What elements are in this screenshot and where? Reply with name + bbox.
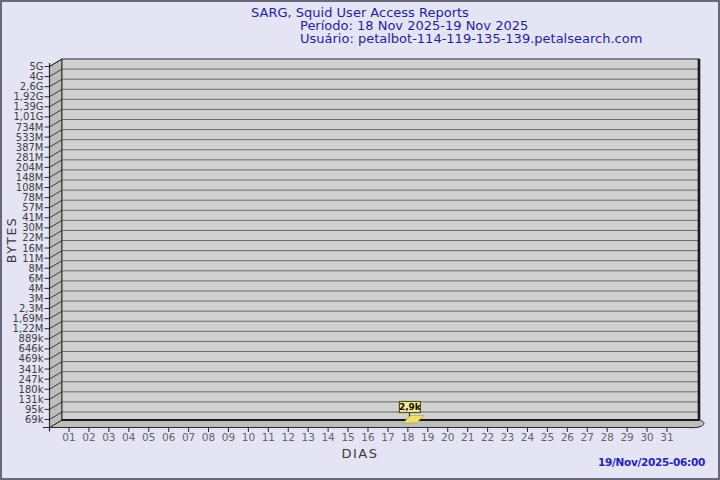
svg-text:31: 31	[660, 431, 673, 443]
svg-text:13: 13	[302, 431, 315, 443]
svg-text:11: 11	[262, 431, 275, 443]
svg-text:01: 01	[62, 431, 75, 443]
svg-text:07: 07	[182, 431, 195, 443]
plot-area	[62, 59, 699, 420]
bytes-per-day-chart: 5G4G2,6G1,92G1,39G1,01G734M533M387M281M2…	[0, 0, 720, 480]
svg-text:69k: 69k	[25, 414, 44, 425]
svg-text:19: 19	[421, 431, 434, 443]
svg-text:25: 25	[541, 431, 554, 443]
svg-text:30: 30	[640, 431, 653, 443]
svg-text:09: 09	[222, 431, 235, 443]
sarg-report-image: SARG, Squid User Access Reports Período:…	[0, 0, 720, 480]
svg-text:04: 04	[122, 431, 136, 443]
report-generated-timestamp: 19/Nov/2025-06:00	[598, 456, 705, 468]
y-axis-title: BYTES	[4, 217, 19, 264]
svg-text:02: 02	[82, 431, 95, 443]
svg-text:27: 27	[581, 431, 594, 443]
svg-text:14: 14	[321, 431, 335, 443]
svg-text:21: 21	[461, 431, 474, 443]
x-axis-title: DIAS	[342, 446, 379, 461]
svg-text:15: 15	[341, 431, 354, 443]
svg-text:20: 20	[441, 431, 454, 443]
svg-text:10: 10	[242, 431, 255, 443]
chart-floor	[50, 420, 704, 428]
svg-text:05: 05	[142, 431, 155, 443]
svg-text:24: 24	[521, 431, 535, 443]
svg-text:17: 17	[381, 431, 394, 443]
svg-text:06: 06	[162, 431, 176, 443]
svg-text:12: 12	[282, 431, 295, 443]
x-axis-labels: 0102030405060708091011121314151617181920…	[62, 428, 673, 443]
svg-text:18: 18	[401, 431, 414, 443]
svg-text:2,9k: 2,9k	[399, 402, 422, 412]
chart-left-wall	[50, 59, 63, 428]
svg-text:26: 26	[561, 431, 575, 443]
svg-text:03: 03	[102, 431, 115, 443]
svg-text:08: 08	[202, 431, 215, 443]
svg-text:23: 23	[501, 431, 514, 443]
svg-text:16: 16	[361, 431, 375, 443]
svg-text:22: 22	[481, 431, 494, 443]
svg-text:28: 28	[601, 431, 614, 443]
svg-text:29: 29	[620, 431, 633, 443]
